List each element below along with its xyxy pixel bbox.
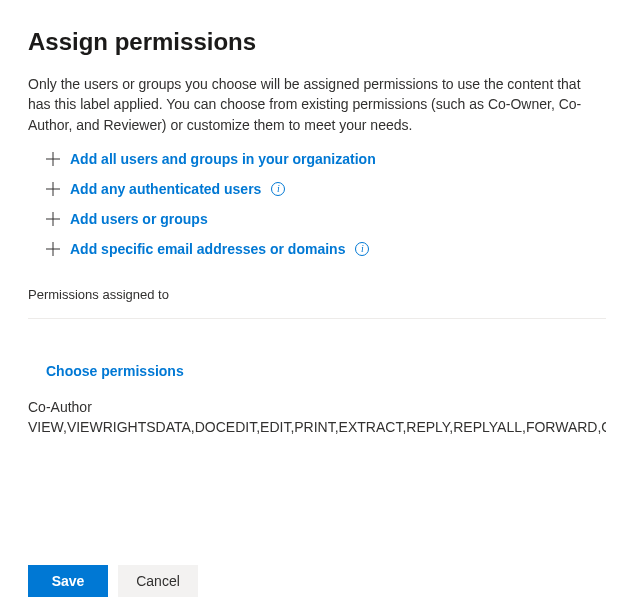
plus-icon bbox=[46, 242, 60, 256]
plus-icon bbox=[46, 182, 60, 196]
add-users-groups-action[interactable]: Add users or groups bbox=[46, 211, 606, 227]
permissions-section-header: Permissions assigned to bbox=[28, 287, 606, 319]
add-actions-list: Add all users and groups in your organiz… bbox=[28, 151, 606, 257]
add-authenticated-users-action[interactable]: Add any authenticated users i bbox=[46, 181, 606, 197]
plus-icon bbox=[46, 152, 60, 166]
plus-icon bbox=[46, 212, 60, 226]
add-specific-action[interactable]: Add specific email addresses or domains … bbox=[46, 241, 606, 257]
add-specific-label: Add specific email addresses or domains bbox=[70, 241, 345, 257]
add-authenticated-users-label: Add any authenticated users bbox=[70, 181, 261, 197]
choose-permissions-link[interactable]: Choose permissions bbox=[28, 363, 184, 379]
add-all-users-label: Add all users and groups in your organiz… bbox=[70, 151, 376, 167]
page-title: Assign permissions bbox=[28, 28, 606, 56]
info-icon[interactable]: i bbox=[355, 242, 369, 256]
add-users-groups-label: Add users or groups bbox=[70, 211, 208, 227]
permission-name: Co-Author bbox=[28, 399, 606, 415]
permission-rights: VIEW,VIEWRIGHTSDATA,DOCEDIT,EDIT,PRINT,E… bbox=[28, 419, 606, 435]
add-all-users-action[interactable]: Add all users and groups in your organiz… bbox=[46, 151, 606, 167]
button-bar: Save Cancel bbox=[28, 565, 606, 597]
info-icon[interactable]: i bbox=[271, 182, 285, 196]
cancel-button[interactable]: Cancel bbox=[118, 565, 198, 597]
save-button[interactable]: Save bbox=[28, 565, 108, 597]
page-description: Only the users or groups you choose will… bbox=[28, 74, 606, 135]
